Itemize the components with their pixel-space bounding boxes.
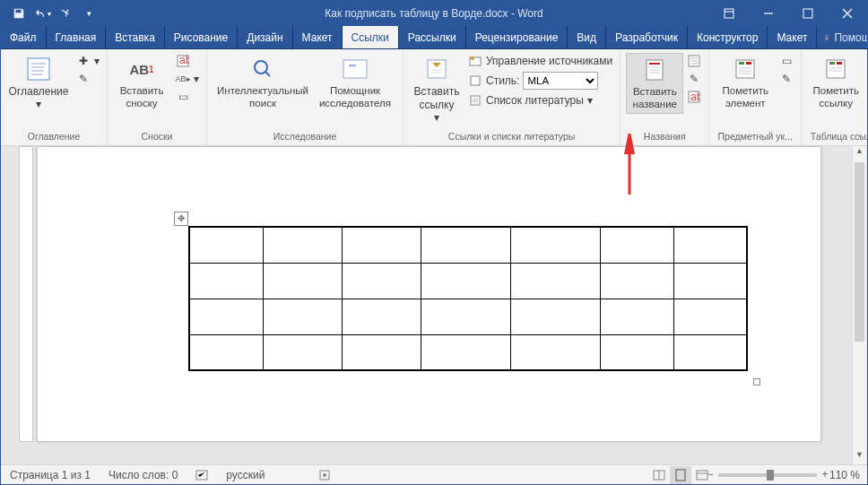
zoom-thumb[interactable] xyxy=(767,470,774,481)
table-cell[interactable] xyxy=(673,299,747,334)
bibliography-button[interactable]: Список литературы ▾ xyxy=(466,92,614,108)
manage-sources-button[interactable]: Управление источниками xyxy=(466,53,614,69)
document-table[interactable] xyxy=(188,226,748,371)
undo-icon[interactable]: ▾ xyxy=(31,3,53,24)
tab-design[interactable]: Дизайн xyxy=(238,26,292,48)
table-cell[interactable] xyxy=(342,227,421,263)
table-cell[interactable] xyxy=(600,227,673,263)
tab-draw[interactable]: Рисование xyxy=(165,26,238,48)
ribbon-options-icon[interactable] xyxy=(709,1,749,26)
smart-lookup-button[interactable]: Интеллектуальный поиск xyxy=(213,53,313,112)
tab-table-design[interactable]: Конструктор xyxy=(688,26,768,48)
tab-review[interactable]: Рецензирование xyxy=(466,26,569,48)
tell-me[interactable]: ♀Помощн xyxy=(822,26,868,48)
tab-insert[interactable]: Вставка xyxy=(106,26,165,48)
cross-reference-button[interactable]: ab xyxy=(685,89,703,105)
insert-citation-button[interactable]: Вставить ссылку▾ xyxy=(409,53,464,126)
save-icon[interactable] xyxy=(8,3,30,24)
table-cell[interactable] xyxy=(673,334,747,370)
table-cell[interactable] xyxy=(342,263,421,299)
qat-customize-icon[interactable]: ▾ xyxy=(78,3,100,24)
table-cell[interactable] xyxy=(189,334,263,370)
researcher-button[interactable]: ”” Помощник исследователя xyxy=(313,53,397,112)
table-cell[interactable] xyxy=(600,299,673,334)
table-cell[interactable] xyxy=(263,227,342,263)
table-move-handle[interactable]: ✥ xyxy=(174,212,188,226)
macro-icon[interactable] xyxy=(309,469,340,481)
scroll-thumb[interactable] xyxy=(855,162,864,342)
minimize-icon[interactable] xyxy=(749,1,788,26)
table-cell[interactable] xyxy=(673,263,747,299)
table-cell[interactable] xyxy=(510,299,600,334)
show-notes-button[interactable]: ▭ xyxy=(174,89,201,105)
insert-index-button[interactable]: ▭ xyxy=(777,53,795,69)
caption-icon xyxy=(640,56,669,84)
mark-citation-button[interactable]: Пометить ссылку xyxy=(807,53,864,112)
print-layout-icon[interactable] xyxy=(670,466,691,484)
table-cell[interactable] xyxy=(421,263,510,299)
table-cell[interactable] xyxy=(189,299,263,334)
zoom-out-icon[interactable]: − xyxy=(704,468,716,481)
zoom-in-icon[interactable]: + xyxy=(819,468,831,481)
tab-table-layout[interactable]: Макет xyxy=(768,26,817,48)
add-text-button[interactable]: ✚▾ xyxy=(74,53,101,69)
next-footnote-button[interactable]: AB▸▾ xyxy=(174,71,201,87)
table-cell[interactable] xyxy=(263,334,342,370)
table-cell[interactable] xyxy=(600,263,673,299)
close-icon[interactable] xyxy=(828,1,867,26)
table-resize-handle[interactable] xyxy=(753,378,760,385)
language-indicator[interactable]: русский xyxy=(217,469,273,481)
window-title: Как подписать таблицу в Ворде.docx - Wor… xyxy=(325,7,542,20)
tab-mailings[interactable]: Рассылки xyxy=(399,26,466,48)
page-indicator[interactable]: Страница 1 из 1 xyxy=(1,469,100,481)
table-cell[interactable] xyxy=(342,334,421,370)
tab-references[interactable]: Ссылки xyxy=(343,26,399,48)
zoom-slider[interactable]: − + xyxy=(718,473,817,477)
toc-button[interactable]: Оглавление▾ xyxy=(6,53,71,113)
word-count[interactable]: Число слов: 0 xyxy=(100,469,187,481)
update-index-button[interactable]: ✎ xyxy=(777,71,795,87)
tab-layout[interactable]: Макет xyxy=(293,26,343,48)
vertical-scrollbar[interactable]: ▲ ▼ xyxy=(852,146,866,464)
document-page[interactable]: ✥ xyxy=(37,146,821,442)
read-mode-icon[interactable] xyxy=(648,466,670,484)
table-cell[interactable] xyxy=(263,263,342,299)
citation-style-select[interactable]: MLA xyxy=(523,72,598,90)
table-cell[interactable] xyxy=(421,227,510,263)
insert-endnote-button[interactable]: ab xyxy=(174,53,201,69)
table-cell[interactable] xyxy=(510,263,600,299)
scroll-down-icon[interactable]: ▼ xyxy=(853,450,866,464)
table-cell[interactable] xyxy=(510,334,600,370)
tab-file[interactable]: Файл xyxy=(1,26,47,48)
spellcheck-icon[interactable] xyxy=(187,469,217,481)
insert-figure-list-button[interactable] xyxy=(685,53,703,69)
table-cell[interactable] xyxy=(342,299,421,334)
maximize-icon[interactable] xyxy=(788,1,828,26)
citation-style: Стиль: MLA xyxy=(466,71,614,91)
svg-rect-4 xyxy=(28,58,49,80)
update-figures-button[interactable]: ✎ xyxy=(685,71,703,87)
svg-text:ab: ab xyxy=(179,55,189,66)
table-cell[interactable] xyxy=(189,263,263,299)
table-cell[interactable] xyxy=(421,299,510,334)
insert-caption-button[interactable]: Вставить название xyxy=(626,53,683,114)
tab-developer[interactable]: Разработчик xyxy=(606,26,688,48)
table-cell[interactable] xyxy=(673,227,747,263)
vertical-ruler[interactable] xyxy=(19,146,33,442)
tab-view[interactable]: Вид xyxy=(568,26,606,48)
table-cell[interactable] xyxy=(421,334,510,370)
tab-home[interactable]: Главная xyxy=(47,26,107,48)
redo-icon[interactable] xyxy=(55,3,76,24)
table-cell[interactable] xyxy=(263,299,342,334)
scroll-up-icon[interactable]: ▲ xyxy=(853,146,866,160)
bulb-icon: ♀ xyxy=(822,31,830,44)
group-research-label: Исследование xyxy=(213,129,397,143)
svg-point-27 xyxy=(323,473,326,477)
collapse-ribbon-icon[interactable]: ⌃ xyxy=(856,134,864,143)
insert-footnote-button[interactable]: AB1 Вставить сноску xyxy=(113,53,170,112)
table-cell[interactable] xyxy=(510,227,600,263)
table-cell[interactable] xyxy=(189,227,263,263)
update-toc-button[interactable]: ✎ xyxy=(74,71,101,87)
mark-entry-button[interactable]: Пометить элемент xyxy=(715,53,776,112)
table-cell[interactable] xyxy=(600,334,673,370)
